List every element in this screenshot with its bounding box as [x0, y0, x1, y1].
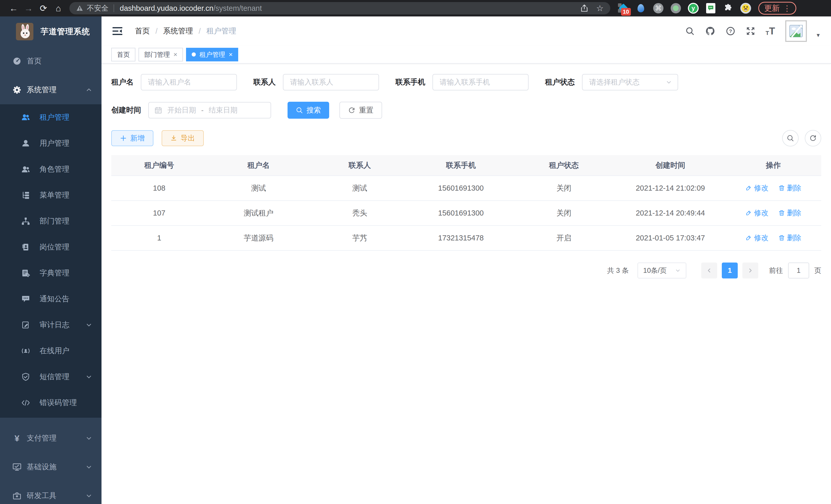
delete-button[interactable]: 删除: [778, 208, 801, 218]
search-button[interactable]: 搜索: [288, 102, 329, 119]
extension-y-icon[interactable]: y: [688, 3, 699, 13]
prev-page-button[interactable]: [701, 263, 717, 278]
github-icon[interactable]: [705, 26, 715, 36]
font-size-icon[interactable]: TT: [766, 26, 775, 36]
cell-tenant-id: 107: [111, 201, 207, 226]
browser-reload-icon[interactable]: ⟳: [36, 3, 51, 13]
sidebar-item-dev-tools[interactable]: 研发工具: [0, 481, 102, 504]
org-chart-icon: [21, 217, 31, 226]
extension-record-icon[interactable]: [670, 3, 681, 13]
sidebar-item-sms[interactable]: 短信管理: [0, 364, 102, 390]
bookmark-star-icon[interactable]: ☆: [596, 3, 604, 13]
profile-avatar-icon[interactable]: [740, 3, 751, 13]
sidebar-item-roles[interactable]: 角色管理: [0, 156, 102, 182]
col-tenant-id: 租户编号: [111, 155, 207, 176]
next-page-button[interactable]: [742, 263, 758, 278]
sidebar-item-home[interactable]: 首页: [0, 47, 102, 76]
sidebar-item-tenant[interactable]: 租户管理: [0, 104, 102, 130]
delete-button[interactable]: 删除: [778, 233, 801, 243]
browser-update-button[interactable]: 更新 ⋮: [758, 2, 796, 14]
share-icon[interactable]: [580, 4, 589, 12]
edit-button[interactable]: 修改: [745, 183, 768, 193]
sidebar-item-notice[interactable]: 通知公告: [0, 286, 102, 312]
sidebar-item-online-users[interactable]: 在线用户: [0, 338, 102, 364]
app-title: 芋道管理系统: [40, 26, 90, 37]
sidebar-item-audit-log[interactable]: 审计日志: [0, 312, 102, 338]
edit-button[interactable]: 修改: [745, 208, 768, 218]
goto-page-input[interactable]: [788, 263, 809, 278]
tenant-name-input[interactable]: [141, 74, 237, 90]
sidebar-item-menus[interactable]: 菜单管理: [0, 182, 102, 208]
col-tenant-name: 租户名: [207, 155, 310, 176]
browser-back-icon[interactable]: ←: [6, 3, 21, 13]
tab-departments[interactable]: 部门管理 ×: [139, 48, 183, 61]
sidebar-logo[interactable]: 芋道管理系统: [0, 17, 102, 47]
tenants-icon: [21, 113, 31, 122]
header-search-icon[interactable]: [685, 26, 695, 36]
security-label[interactable]: 不安全: [87, 3, 109, 13]
extension-balloon-icon[interactable]: [635, 3, 646, 13]
extension-diamond-icon[interactable]: 10: [618, 3, 629, 13]
sidebar-item-posts[interactable]: 岗位管理: [0, 234, 102, 260]
status-placeholder: 请选择租户状态: [589, 77, 639, 87]
page-number-button[interactable]: 1: [722, 263, 738, 278]
extension-chat-icon[interactable]: [705, 3, 716, 13]
reset-button[interactable]: 重置: [339, 102, 382, 119]
total-count: 共 3 条: [607, 266, 629, 275]
mobile-input[interactable]: [432, 74, 528, 90]
breadcrumb-section[interactable]: 系统管理: [163, 26, 193, 36]
caret-down-icon[interactable]: ▼: [815, 32, 821, 38]
cell-status: 关闭: [512, 201, 615, 226]
edit-button[interactable]: 修改: [745, 233, 768, 243]
toggle-search-button[interactable]: [782, 130, 799, 146]
close-icon[interactable]: ×: [229, 51, 233, 58]
export-button[interactable]: 导出: [162, 130, 204, 146]
fullscreen-icon[interactable]: [746, 26, 755, 36]
sidebar-item-departments[interactable]: 部门管理: [0, 208, 102, 234]
date-separator: -: [201, 106, 203, 114]
tab-tenants[interactable]: 租户管理 ×: [186, 48, 238, 61]
tab-label: 首页: [117, 50, 130, 59]
table-row: 107 测试租户 秃头 15601691300 关闭 2021-12-14 20…: [111, 201, 821, 226]
date-range-picker[interactable]: 开始日期 - 结束日期: [148, 102, 271, 118]
chevron-down-icon: [86, 493, 92, 499]
help-icon[interactable]: ?: [726, 26, 736, 36]
extensions-puzzle-icon[interactable]: [723, 3, 734, 13]
cell-tenant-name: 测试租户: [207, 201, 310, 226]
browser-forward-icon[interactable]: →: [21, 3, 36, 13]
col-contact: 联系人: [310, 155, 409, 176]
delete-button[interactable]: 删除: [778, 183, 801, 193]
close-icon[interactable]: ×: [173, 51, 177, 58]
page-size-value: 10条/页: [643, 266, 667, 275]
breadcrumb-current: 租户管理: [206, 26, 236, 36]
add-button[interactable]: 新增: [111, 130, 153, 146]
status-select[interactable]: 请选择租户状态: [582, 74, 678, 90]
sidebar-item-label: 短信管理: [39, 372, 69, 382]
url-path: /system/tenant: [213, 4, 262, 12]
contact-input[interactable]: [283, 74, 379, 90]
extension-command-icon[interactable]: ⌘: [653, 3, 664, 13]
tab-home[interactable]: 首页: [111, 48, 136, 61]
cell-actions: 修改 删除: [725, 176, 821, 201]
sidebar-item-dict[interactable]: 字典管理: [0, 260, 102, 286]
browser-menu-icon[interactable]: ⋮: [783, 4, 791, 13]
sidebar-item-label: 部门管理: [39, 216, 69, 226]
browser-home-icon[interactable]: ⌂: [51, 3, 66, 13]
sidebar-item-label: 系统管理: [27, 85, 57, 95]
audit-log-icon: [21, 321, 31, 329]
sidebar-item-system[interactable]: 系统管理: [0, 76, 102, 104]
sidebar-item-label: 基础设施: [27, 462, 57, 472]
sidebar-item-infrastructure[interactable]: 基础设施: [0, 453, 102, 481]
refresh-button[interactable]: [805, 130, 821, 146]
sidebar-item-label: 角色管理: [39, 164, 69, 174]
monitor-icon: [12, 463, 22, 472]
user-avatar[interactable]: [785, 20, 807, 42]
page-size-select[interactable]: 10条/页: [637, 263, 686, 278]
address-bar[interactable]: 不安全 dashboard.yudao.iocoder.cn /system/t…: [69, 2, 610, 14]
sidebar-item-payment[interactable]: ¥ 支付管理: [0, 424, 102, 453]
breadcrumb-home[interactable]: 首页: [135, 26, 150, 36]
sidebar-collapse-icon[interactable]: [112, 25, 123, 37]
yen-icon: ¥: [12, 433, 22, 443]
sidebar-item-error-codes[interactable]: 错误码管理: [0, 390, 102, 416]
sidebar-item-users[interactable]: 用户管理: [0, 130, 102, 156]
